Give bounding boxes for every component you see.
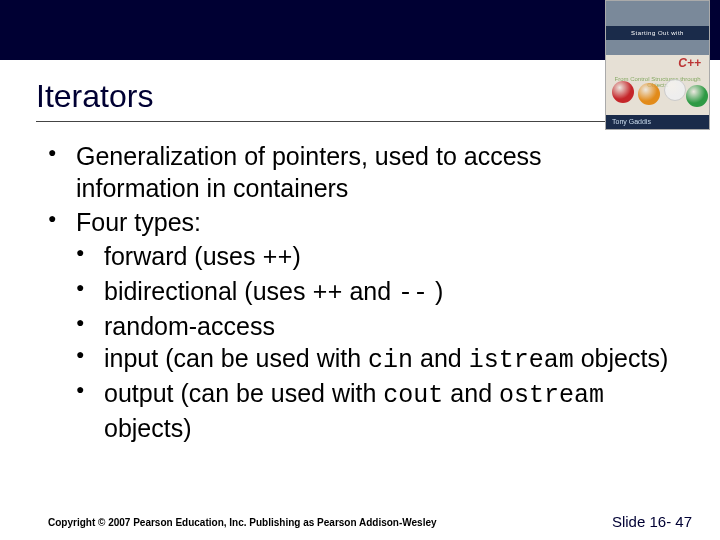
code-token: -- — [398, 279, 428, 308]
bullet-text: Four types: — [76, 208, 201, 236]
ball-icon — [686, 85, 708, 107]
bullet-text: Generalization of pointers, used to acce… — [76, 142, 542, 202]
sub-bullet-list: forward (uses ++) bidirectional (uses ++… — [76, 240, 672, 444]
cover-author: Tony Gaddis — [606, 115, 709, 129]
sub-bullet-item: input (can be used with cin and istream … — [76, 342, 672, 377]
bullet-item: Generalization of pointers, used to acce… — [48, 140, 672, 204]
ball-icon — [612, 81, 634, 103]
code-token: ++ — [262, 244, 292, 273]
sub-bullet-text: random-access — [104, 312, 275, 340]
code-token: ++ — [312, 279, 342, 308]
cover-stripe: Starting Out with — [606, 26, 709, 40]
code-token: ostream — [499, 381, 604, 410]
sub-bullet-text: input (can be used with cin and istream … — [104, 344, 668, 372]
ball-icon — [638, 83, 660, 105]
content-area: Generalization of pointers, used to acce… — [0, 122, 720, 444]
cover-art — [606, 77, 709, 107]
sub-bullet-item: forward (uses ++) — [76, 240, 672, 275]
sub-bullet-text: output (can be used with cout and ostrea… — [104, 379, 604, 442]
code-token: istream — [469, 346, 574, 375]
sub-bullet-item: random-access — [76, 310, 672, 342]
sub-bullet-text: forward (uses ++) — [104, 242, 301, 270]
sub-bullet-item: bidirectional (uses ++ and -- ) — [76, 275, 672, 310]
sub-bullet-text: bidirectional (uses ++ and -- ) — [104, 277, 443, 305]
copyright-text: Copyright © 2007 Pearson Education, Inc.… — [48, 517, 437, 528]
code-token: cout — [383, 381, 443, 410]
slide: Starting Out with C++ From Control Struc… — [0, 0, 720, 540]
ball-icon — [664, 79, 686, 101]
code-token: cin — [368, 346, 413, 375]
slide-number: Slide 16- 47 — [612, 513, 692, 530]
book-cover-image: Starting Out with C++ From Control Struc… — [605, 0, 710, 130]
bullet-item: Four types: forward (uses ++) bidirectio… — [48, 206, 672, 444]
bullet-list: Generalization of pointers, used to acce… — [48, 140, 672, 444]
sub-bullet-item: output (can be used with cout and ostrea… — [76, 377, 672, 444]
cover-lang: C++ — [678, 56, 701, 70]
